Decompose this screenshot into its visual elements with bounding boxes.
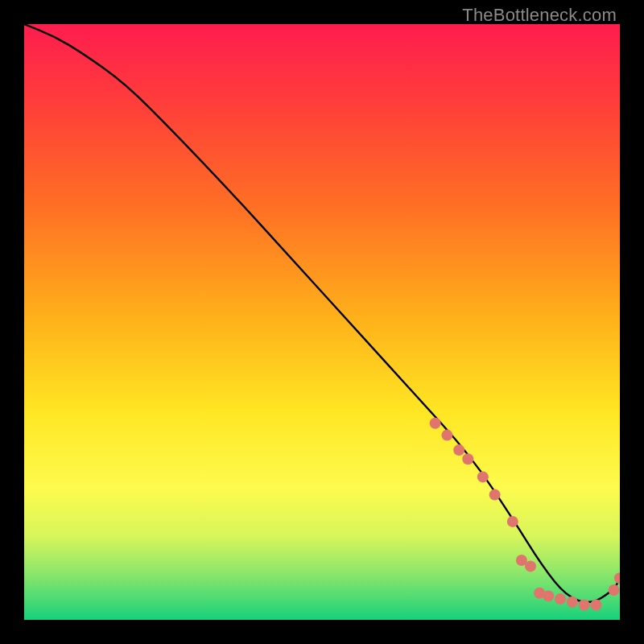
highlight-dot <box>609 584 620 596</box>
highlight-dot <box>489 489 501 501</box>
highlight-dot <box>507 516 518 527</box>
gradient-background <box>24 24 620 620</box>
plot-area <box>24 24 620 620</box>
highlight-dot <box>590 600 601 611</box>
highlight-dot <box>579 600 590 611</box>
highlight-dot <box>543 590 554 601</box>
highlight-dot <box>430 418 441 429</box>
highlight-dot <box>525 560 536 572</box>
highlight-dot <box>555 593 566 605</box>
highlight-dot <box>453 444 464 456</box>
highlight-dot <box>477 471 489 482</box>
highlight-dot <box>462 453 473 464</box>
highlight-dot <box>567 597 578 608</box>
plot-svg <box>24 24 620 620</box>
highlight-dot <box>441 430 452 441</box>
watermark-label: TheBottleneck.com <box>462 5 617 26</box>
